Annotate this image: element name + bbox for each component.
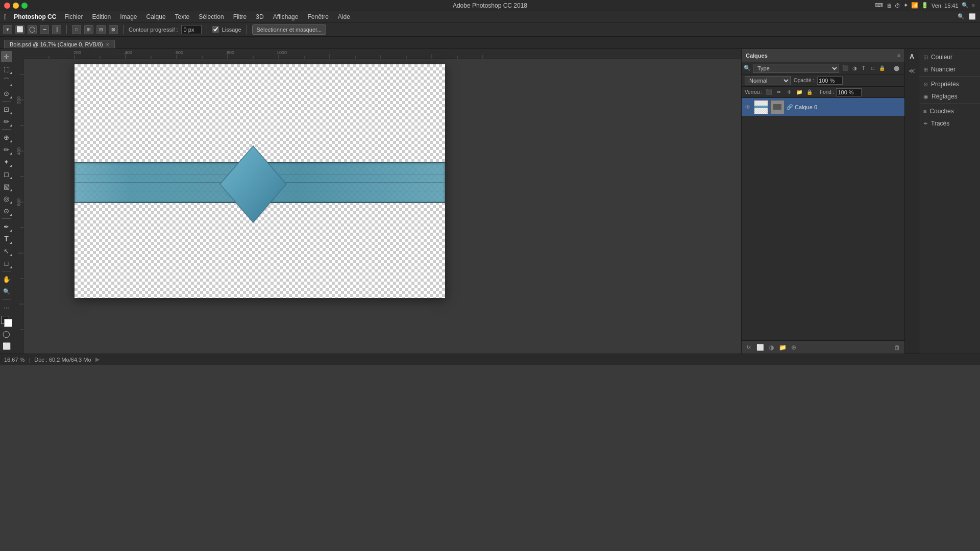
nuancier-panel-item[interactable]: ⊞ Nuancier <box>919 63 980 76</box>
eyedropper-tool[interactable]: ✏ <box>1 116 12 127</box>
blend-mode-select[interactable]: Normal <box>745 76 791 85</box>
doc-tab-close[interactable]: × <box>106 42 109 47</box>
menu-affichage[interactable]: Affichage <box>269 12 303 21</box>
panel-expand-btn[interactable]: ≪ <box>906 65 918 77</box>
apple-menu[interactable]:  <box>4 13 7 21</box>
expand-icon: ≪ <box>909 67 915 74</box>
proprietes-panel-item[interactable]: ⊙ Propriétés <box>919 78 980 90</box>
traces-panel-item[interactable]: ✒ Tracés <box>919 117 980 130</box>
status-arrow[interactable]: ▶ <box>95 356 100 363</box>
menu-aide[interactable]: Aide <box>334 12 354 21</box>
menu-selection[interactable]: Sélection <box>194 12 228 21</box>
opt-separator-1 <box>66 25 67 34</box>
couches-panel-item[interactable]: ≡ Couches <box>919 105 980 117</box>
filter-smart-icon[interactable]: 🔒 <box>878 64 886 72</box>
sub-sel-button[interactable]: ⊟ <box>96 25 106 34</box>
filter-shape-icon[interactable]: □ <box>869 64 877 72</box>
new-sel-button[interactable]: □ <box>72 25 81 34</box>
minimize-button[interactable] <box>13 3 19 9</box>
path-select-tool[interactable]: ↖ <box>1 245 12 257</box>
lock-transparent-btn[interactable]: ⬛ <box>765 88 773 96</box>
gradient-tool[interactable]: ▧ <box>1 181 12 192</box>
menu-share-icon[interactable]: ⬜ <box>969 13 976 20</box>
brush-tool[interactable]: ✏ <box>1 144 12 155</box>
lock-position-btn[interactable]: ✛ <box>785 88 793 96</box>
pen-tool[interactable]: ✒ <box>1 221 12 232</box>
menu-image[interactable]: Image <box>116 12 141 21</box>
panel-char-btn[interactable]: A <box>906 51 918 62</box>
canvas-document[interactable] <box>75 64 445 298</box>
selection-rect-button[interactable]: ⬜ <box>15 25 24 34</box>
selection-vert-button[interactable]: ┃ <box>52 25 61 34</box>
lissage-checkbox[interactable] <box>212 26 219 33</box>
shape-tool[interactable]: □ <box>1 258 12 269</box>
add-mask-button[interactable]: ⬜ <box>755 342 765 353</box>
filter-pixel-icon[interactable]: ⬛ <box>841 64 849 72</box>
menu-texte[interactable]: Texte <box>171 12 194 21</box>
search-icon[interactable]: 🔍 <box>962 2 969 9</box>
menu-fenetre[interactable]: Fenêtre <box>303 12 332 21</box>
menu-calque[interactable]: Calque <box>142 12 170 21</box>
lock-artboard-btn[interactable]: 📁 <box>795 88 803 96</box>
lasso-tool[interactable]: ⌒ <box>1 76 12 87</box>
marquee-icon: ⬚ <box>4 65 10 73</box>
layer-fx-button[interactable]: fx <box>744 342 754 353</box>
fill-input[interactable] <box>836 88 862 96</box>
quick-mask-button[interactable]: ◯ <box>1 328 12 339</box>
app-name[interactable]: Photoshop CC <box>11 12 59 21</box>
blur-tool[interactable]: ◎ <box>1 193 12 204</box>
selection-circ-button[interactable]: ◯ <box>28 25 37 34</box>
screen-mode-button[interactable]: ⬜ <box>1 340 12 352</box>
reglages-panel-item[interactable]: ◉ Réglages <box>919 90 980 103</box>
nuancier-label: Nuancier <box>931 66 955 73</box>
dodge-tool[interactable]: ⊙ <box>1 205 12 216</box>
menu-3d[interactable]: 3D <box>252 12 267 21</box>
crop-tool[interactable]: ⊡ <box>1 104 12 115</box>
intersect-sel-button[interactable]: ⊠ <box>109 25 118 34</box>
menu-filtre[interactable]: Filtre <box>229 12 251 21</box>
background-color[interactable] <box>4 319 12 327</box>
options-bar: ▼ ⬜ ◯ ━ ┃ □ ⊞ ⊟ ⊠ Contour progressif : L… <box>0 22 980 37</box>
tool-preset-button[interactable]: ▼ <box>3 25 12 34</box>
lock-all-btn[interactable]: 🔒 <box>805 88 814 96</box>
delete-layer-button[interactable]: 🗑 <box>892 342 902 353</box>
filter-toggle-icon[interactable]: ⬤ <box>890 64 902 72</box>
zoom-tool[interactable]: 🔍 <box>1 286 12 297</box>
selection-horiz-button[interactable]: ━ <box>40 25 49 34</box>
filter-text-icon[interactable]: T <box>860 64 868 72</box>
hand-tool[interactable]: ✋ <box>1 273 12 285</box>
marquee-tool[interactable]: ⬚ <box>1 63 12 74</box>
layer-name[interactable]: Calque 0 <box>795 104 902 110</box>
select-mask-button[interactable]: Sélectionner et masquer... <box>252 24 327 35</box>
layer-visibility-toggle[interactable]: 👁 <box>744 103 752 111</box>
layers-list[interactable]: 👁 🔗 Calque 0 <box>742 98 904 340</box>
healing-tool[interactable]: ⊕ <box>1 132 12 143</box>
add-sel-button[interactable]: ⊞ <box>84 25 93 34</box>
add-group-button[interactable]: 📁 <box>777 342 788 353</box>
menu-edition[interactable]: Edition <box>88 12 115 21</box>
color-swatches[interactable] <box>1 316 12 327</box>
close-button[interactable] <box>4 3 10 9</box>
add-layer-button[interactable]: ⊕ <box>789 342 799 353</box>
text-tool[interactable]: T <box>1 233 12 244</box>
move-tool[interactable]: ✛ <box>1 51 12 62</box>
eraser-tool[interactable]: ◻ <box>1 168 12 180</box>
filter-adj-icon[interactable]: ◑ <box>850 64 859 72</box>
layer-item[interactable]: 👁 🔗 Calque 0 <box>742 98 904 116</box>
layer-type-filter[interactable]: Type <box>753 64 839 73</box>
doc-tab[interactable]: Bois.psd @ 16,7% (Calque 0, RVB/8) × <box>4 40 115 48</box>
couleur-panel-item[interactable]: ⊡ Couleur <box>919 51 980 63</box>
notification-icon[interactable]: ≡ <box>972 3 975 9</box>
menu-fichier[interactable]: Fichier <box>60 12 87 21</box>
canvas-area[interactable]: 200 400 600 800 1000 <box>13 49 741 354</box>
contour-input[interactable] <box>181 25 202 34</box>
quick-select-tool[interactable]: ⊙ <box>1 88 12 99</box>
more-tools-button[interactable]: ··· <box>1 302 12 313</box>
lock-image-btn[interactable]: ✏ <box>775 88 783 96</box>
menu-search-icon[interactable]: 🔍 <box>958 13 965 20</box>
add-adjustment-button[interactable]: ◑ <box>766 342 776 353</box>
layers-collapse-btn[interactable]: ≡ <box>897 53 900 58</box>
maximize-button[interactable] <box>21 3 28 9</box>
clone-tool[interactable]: ✦ <box>1 156 12 167</box>
opacity-input[interactable] <box>817 77 843 85</box>
